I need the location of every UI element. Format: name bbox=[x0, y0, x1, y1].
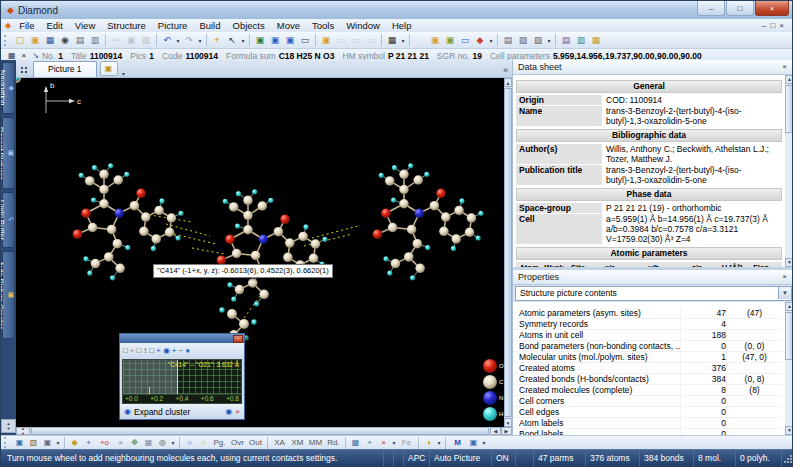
atom-C[interactable] bbox=[85, 176, 95, 186]
atom-N[interactable] bbox=[258, 235, 268, 245]
page-mode-icon[interactable]: ▨ bbox=[531, 34, 545, 47]
atom-C[interactable] bbox=[227, 309, 237, 319]
menu-tools[interactable]: Tools bbox=[306, 20, 340, 31]
atom-C[interactable] bbox=[407, 225, 417, 235]
spin-down-icon[interactable]: ▼ bbox=[7, 426, 11, 431]
picture-mode-icon[interactable]: ▣ bbox=[41, 437, 54, 449]
atom-H[interactable] bbox=[125, 245, 130, 250]
atom-O[interactable] bbox=[280, 215, 290, 225]
atom-C[interactable] bbox=[467, 213, 477, 223]
window-arrange-icon[interactable]: ▭ bbox=[364, 34, 378, 47]
popup-close-icon[interactable]: × bbox=[233, 335, 243, 343]
pan-icon[interactable]: + bbox=[210, 34, 224, 47]
atom-C[interactable] bbox=[309, 254, 319, 264]
new-picture-button[interactable]: ▣ bbox=[100, 61, 118, 76]
atom-H[interactable] bbox=[303, 224, 308, 229]
atom-C[interactable] bbox=[385, 176, 395, 186]
expand-cluster-icon[interactable]: + bbox=[130, 344, 135, 357]
atom-H[interactable] bbox=[322, 237, 327, 242]
atom-C[interactable] bbox=[239, 319, 249, 329]
tab-grid-icon[interactable] bbox=[20, 66, 28, 74]
legend-C[interactable] bbox=[483, 375, 497, 389]
atom-H[interactable] bbox=[235, 223, 240, 228]
distance-graph[interactable]: "C414" -- "O21": 3.632 Å bbox=[122, 359, 242, 395]
report-view-icon[interactable]: ▭ bbox=[298, 34, 312, 47]
redo-icon[interactable]: ↷ bbox=[182, 34, 196, 47]
properties-title-bar[interactable]: Properties × bbox=[513, 270, 793, 285]
atom-C[interactable] bbox=[259, 290, 269, 300]
properties-icon[interactable]: ▤ bbox=[559, 34, 573, 47]
atom-C[interactable] bbox=[229, 202, 239, 212]
minimize-button[interactable]: – bbox=[697, 1, 725, 16]
canvas-horizontal-scrollbar[interactable]: ▲▼ ◀ ▶ bbox=[16, 427, 512, 435]
menu-window[interactable]: Window bbox=[340, 20, 386, 31]
add-atom-icon[interactable]: +o bbox=[96, 437, 113, 449]
atom-H[interactable] bbox=[392, 165, 397, 170]
menu-view[interactable]: View bbox=[69, 20, 101, 31]
print-preview-icon[interactable]: ▥ bbox=[88, 34, 102, 47]
atom-C[interactable] bbox=[415, 264, 425, 274]
close-button[interactable]: × bbox=[755, 1, 789, 16]
scroll-down-icon[interactable]: ▼ bbox=[785, 426, 793, 435]
atom-H[interactable] bbox=[254, 301, 259, 306]
colors-icon[interactable]: ◑ bbox=[422, 437, 435, 449]
atom-C[interactable] bbox=[399, 170, 409, 180]
atom-C[interactable] bbox=[165, 228, 175, 238]
close-expand-icon[interactable]: × bbox=[235, 405, 240, 418]
select-arrow-icon-dropdown[interactable]: ▾ bbox=[240, 37, 246, 44]
atom-H[interactable] bbox=[391, 197, 396, 202]
atom-C[interactable] bbox=[154, 206, 164, 216]
property-row[interactable]: Molecular units (mol./polym. sites)1(47,… bbox=[513, 352, 782, 363]
vscroll-thumb[interactable] bbox=[504, 88, 512, 417]
select-region-icon[interactable]: □ bbox=[123, 344, 128, 357]
grid-settings-icon[interactable]: ▦ bbox=[589, 34, 603, 47]
child-window-icon[interactable]: ◆ bbox=[5, 21, 11, 30]
atom-H[interactable] bbox=[251, 319, 256, 324]
goto-structure-icon[interactable]: ↘ bbox=[32, 51, 39, 60]
atom-O[interactable] bbox=[373, 229, 383, 239]
fe-label[interactable]: Fe bbox=[398, 437, 415, 449]
connectivity-icon-dropdown[interactable]: ▾ bbox=[170, 439, 176, 446]
atom-C[interactable] bbox=[99, 199, 109, 209]
atom-C[interactable] bbox=[454, 206, 464, 216]
resize-grip[interactable] bbox=[782, 450, 793, 466]
atom-H[interactable] bbox=[151, 246, 156, 251]
atom-C[interactable] bbox=[248, 278, 258, 288]
atom-H[interactable] bbox=[231, 297, 236, 302]
open-icon[interactable]: ▣ bbox=[28, 34, 42, 47]
datasheet-scrollbar[interactable]: ▲ ▼ bbox=[785, 75, 793, 268]
atom-C[interactable] bbox=[235, 285, 245, 295]
property-row[interactable]: Symmetry records4 bbox=[513, 319, 782, 330]
atom-C[interactable] bbox=[91, 259, 101, 269]
contents-selector[interactable]: Structure picture contents ▼ bbox=[515, 286, 792, 302]
picture-icon-dropdown[interactable]: ▾ bbox=[481, 439, 487, 446]
datasheet-title-bar[interactable]: Data sheet × bbox=[513, 60, 793, 75]
menu-structure[interactable]: Structure bbox=[101, 20, 152, 31]
atom-C[interactable] bbox=[391, 259, 401, 269]
sidebar-tab-auto-picture-creator[interactable]: ▣Auto Picture Creator bbox=[2, 251, 15, 339]
menu-picture[interactable]: Picture bbox=[152, 20, 194, 31]
delete-icon[interactable]: × bbox=[377, 437, 390, 449]
atom-C[interactable] bbox=[141, 212, 151, 222]
atom-H[interactable] bbox=[124, 172, 129, 177]
atom-H[interactable] bbox=[110, 275, 115, 280]
new-picture-dropdown[interactable]: ▾ bbox=[121, 70, 127, 77]
out-label[interactable]: Out bbox=[247, 437, 264, 449]
sidebar-tab-navigation[interactable]: ◈Navigation bbox=[2, 62, 15, 114]
atom-C[interactable] bbox=[114, 175, 124, 185]
copy-picture-icon[interactable]: ▣ bbox=[13, 437, 26, 449]
atom-C[interactable] bbox=[465, 228, 475, 238]
scroll-down-icon[interactable]: ▼ bbox=[504, 418, 512, 427]
atom-C[interactable] bbox=[107, 225, 117, 235]
xa-label[interactable]: XA bbox=[271, 437, 288, 449]
property-row[interactable]: Created atoms376 bbox=[513, 363, 782, 374]
mm-label[interactable]: MM bbox=[307, 437, 324, 449]
atom-C[interactable] bbox=[258, 201, 268, 211]
picture-view-icon[interactable]: ▣ bbox=[253, 34, 267, 47]
ring-blue-icon[interactable]: ○ bbox=[183, 437, 196, 449]
expand-cluster-popup[interactable]: × □+□↕□+◉+−● "C414" -- "O21": 3.632 Å +0… bbox=[119, 333, 245, 420]
atom-C[interactable] bbox=[115, 264, 125, 274]
split-range-icon[interactable]: ↕ bbox=[143, 344, 147, 357]
print-icon[interactable]: ▤ bbox=[73, 34, 87, 47]
sidebar-tab-recent-pictures[interactable]: ▣Recent Pictures bbox=[2, 117, 15, 189]
